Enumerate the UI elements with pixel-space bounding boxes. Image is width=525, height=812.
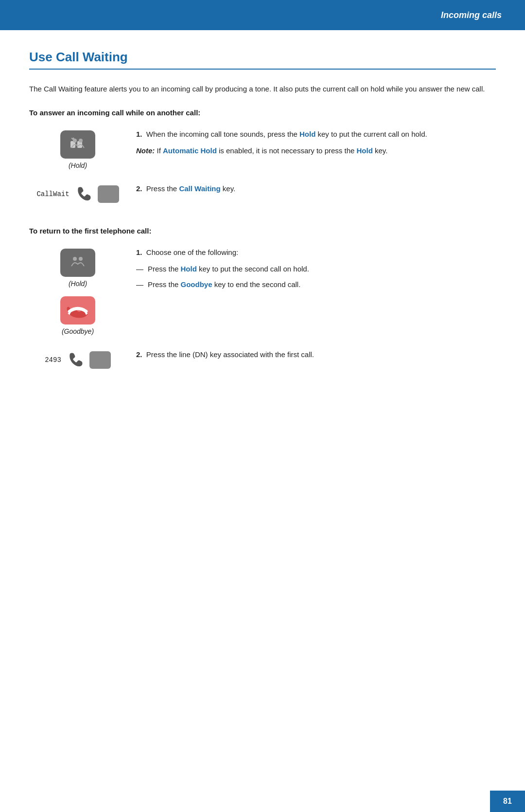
section2-heading: To return to the first telephone call: xyxy=(29,227,496,235)
section2-step1-intro: 1. Choose one of the following: xyxy=(136,247,496,258)
svg-point-5 xyxy=(79,257,83,261)
hold-button-2 xyxy=(60,249,95,277)
hold-key-svg xyxy=(69,135,87,154)
section2-step2-row: 2493 2. Press the line (DN) key associat… xyxy=(29,349,496,369)
svg-point-3 xyxy=(79,139,83,143)
hold-bullet-keyword: Hold xyxy=(181,265,197,273)
bullet-item-1: Press the Hold key to put the second cal… xyxy=(136,263,496,275)
page-number-box: 81 xyxy=(490,791,525,812)
step1-row: (Hold) 1. When the incoming call tone so… xyxy=(29,128,496,169)
section2-step2-text: 2. Press the line (DN) key associated wi… xyxy=(136,349,496,361)
svg-point-4 xyxy=(73,257,77,261)
step2-text-col: 2. Press the Call Waiting key. xyxy=(126,183,496,195)
phone-svg xyxy=(74,185,93,203)
section1-heading: To answer an incoming call while on anot… xyxy=(29,108,496,117)
intro-text: The Call Waiting feature alerts you to a… xyxy=(29,83,496,95)
main-content: Use Call Waiting The Call Waiting featur… xyxy=(0,30,525,412)
hold-label: (Hold) xyxy=(69,162,87,169)
hold-button-image xyxy=(60,130,95,159)
bullet-item-2: Press the Goodbye key to end the second … xyxy=(136,279,496,290)
svg-point-2 xyxy=(73,139,77,143)
hold-label-2: (Hold) xyxy=(69,280,87,288)
section2-step1-row: (Hold) xyxy=(29,247,496,335)
page-title: Use Call Waiting xyxy=(29,50,496,70)
goodbye-svg xyxy=(60,293,95,328)
callwait-square-btn xyxy=(98,185,119,203)
dn-row: 2493 xyxy=(45,351,111,369)
callwait-phone-icon xyxy=(74,185,93,203)
section2-icon-col: (Hold) xyxy=(29,247,126,335)
goodbye-bullet-keyword: Goodbye xyxy=(181,280,212,289)
section2-step1-text: 1. Choose one of the following: Press th… xyxy=(126,247,496,294)
section2-step2-text-col: 2. Press the line (DN) key associated wi… xyxy=(126,349,496,361)
icon-stack: (Hold) xyxy=(60,249,95,335)
step1-note: Note: If Automatic Hold is enabled, it i… xyxy=(136,145,496,157)
step2-text: 2. Press the Call Waiting key. xyxy=(136,183,496,195)
step1-text-col: 1. When the incoming call tone sounds, p… xyxy=(126,128,496,157)
header-bar: Incoming calls xyxy=(0,0,525,30)
dn-icon-col: 2493 xyxy=(29,349,126,369)
dn-phone-svg xyxy=(66,351,85,369)
note-label: Note: xyxy=(136,146,155,155)
call-waiting-keyword: Call Waiting xyxy=(179,184,220,193)
callwait-icon-col: CallWait xyxy=(29,183,126,203)
hold-keyword2: Hold xyxy=(357,146,373,155)
hold-keyword1: Hold xyxy=(299,130,315,138)
dn-phone-icon xyxy=(66,351,85,369)
callwait-row: CallWait xyxy=(36,185,119,203)
header-title: Incoming calls xyxy=(441,10,502,20)
goodbye-button xyxy=(60,296,95,325)
page-number: 81 xyxy=(503,797,512,806)
callwait-label: CallWait xyxy=(36,190,69,198)
hold-svg-2 xyxy=(69,253,87,272)
step1-text: 1. When the incoming call tone sounds, p… xyxy=(136,128,496,140)
automatic-hold-keyword: Automatic Hold xyxy=(163,146,217,155)
dn-label: 2493 xyxy=(45,356,61,364)
bullet-list: Press the Hold key to put the second cal… xyxy=(136,263,496,290)
dn-square-btn xyxy=(89,351,111,369)
step2-row: CallWait 2. Press the Call Waiting key. xyxy=(29,183,496,203)
hold-icon-col: (Hold) xyxy=(29,128,126,169)
goodbye-label: (Goodbye) xyxy=(62,327,94,335)
